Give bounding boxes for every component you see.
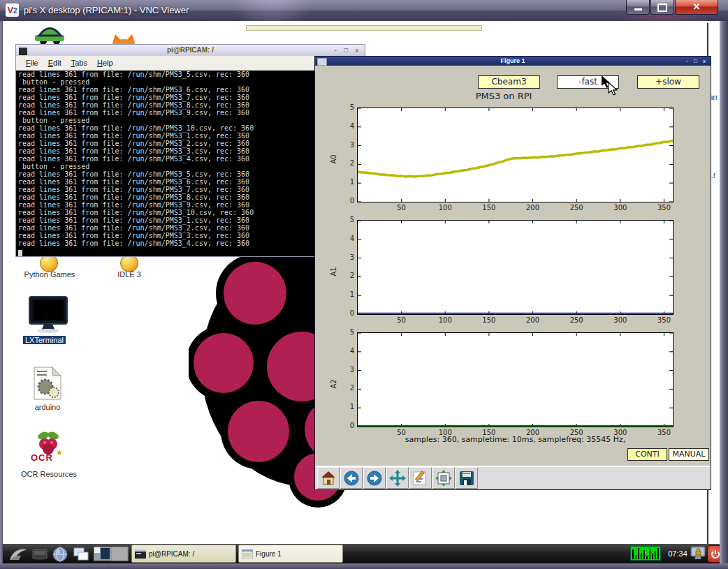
terminal-line: read lines 361 from file: /run/shm/PMS3_… xyxy=(18,193,365,201)
terminal-line: read lines 361 from file: /run/shm/PMS3_… xyxy=(18,140,365,147)
icon-label-python-games[interactable]: Python Games xyxy=(10,270,89,279)
ylabel-a1: A1 xyxy=(330,244,340,300)
terminal-menubar: FileEditTabsHelp xyxy=(16,56,365,71)
y-tick-label: 2 xyxy=(350,159,354,167)
menu-item-file[interactable]: File xyxy=(26,56,38,71)
ytick-labels: 012345 xyxy=(342,220,356,315)
terminal-window-controls[interactable]: - □ x xyxy=(335,45,361,55)
y-tick-label: 1 xyxy=(350,290,354,298)
vnc-window-title: pi's X desktop (RPICAM:1) - VNC Viewer xyxy=(24,0,189,21)
terminal-line: read lines 361 from file: /run/shm/PMS3_… xyxy=(18,101,365,109)
terminal-line: read lines 361 from file: /run/shm/PMS3_… xyxy=(18,155,365,163)
y-tick-label: 1 xyxy=(350,403,354,411)
terminal-output[interactable]: read lines 361 from file: /run/shm/PMS3_… xyxy=(16,71,365,256)
lxterminal-icon[interactable] xyxy=(28,296,68,334)
vnc-logo-icon: V2 xyxy=(6,3,19,17)
terminal-line: read lines 361 from file: /run/shm/PMS3_… xyxy=(18,201,365,209)
taskbar-clock: 07:34 xyxy=(664,544,692,563)
forward-icon[interactable] xyxy=(363,467,386,489)
icon-label-arduino[interactable]: arduino xyxy=(28,403,67,411)
icon-label-ocr[interactable]: OCR Resources xyxy=(13,470,85,478)
icon-label-lxterminal[interactable]: LXTerminal xyxy=(23,336,66,344)
figure-window-icon xyxy=(317,58,327,66)
terminal-title: pi@RPICAM: / xyxy=(16,45,365,56)
y-tick-label: 1 xyxy=(350,178,354,186)
icon-label-idle3[interactable]: IDLE 3 xyxy=(106,270,152,279)
figure-window-controls[interactable]: - □ x xyxy=(686,57,708,66)
manual-button[interactable]: MANUAL xyxy=(669,448,709,461)
ocr-star-icon: ★ xyxy=(56,448,63,457)
terminal-line: read lines 361 from file: /run/shm/PMS3_… xyxy=(18,209,365,216)
y-tick-label: 2 xyxy=(350,384,354,392)
y-tick-label: 0 xyxy=(350,422,354,429)
taskbar-task-figure[interactable]: Figure 1 xyxy=(238,545,343,563)
terminal-line: read lines 361 from file: /run/shm/PMS3_… xyxy=(18,147,365,155)
x-tick-label: 300 xyxy=(610,204,631,212)
arduino-icon[interactable] xyxy=(33,366,62,401)
terminal-line: read lines 361 from file: /run/shm/PMS3_… xyxy=(18,124,365,132)
terminal-line: read lines 361 from file: /run/shm/PMS3_… xyxy=(18,132,365,140)
conti-button[interactable]: CONTI xyxy=(627,448,667,461)
terminal-line: read lines 361 from file: /run/shm/PMS3_… xyxy=(18,178,365,186)
file-manager-icon[interactable] xyxy=(32,547,49,561)
task-label: pi@RPICAM: / xyxy=(149,550,194,558)
x-tick-label: 200 xyxy=(523,204,544,212)
minimize-button[interactable] xyxy=(626,0,650,15)
terminal-line: read lines 361 from file: /run/shm/PMS3_… xyxy=(18,224,365,232)
ylabel-a2: A2 xyxy=(330,356,340,412)
terminal-window-icon xyxy=(19,47,27,55)
screen-lock-icon[interactable] xyxy=(690,546,706,563)
xtick-labels: 50100150200250300350 xyxy=(358,316,673,325)
game-car-icon[interactable] xyxy=(34,25,66,45)
y-tick-label: 5 xyxy=(350,328,354,336)
desktop-pager[interactable] xyxy=(94,547,129,561)
x-tick-label: 350 xyxy=(653,204,674,212)
menu-button-bird-icon[interactable] xyxy=(8,546,28,561)
terminal-task-icon xyxy=(135,549,146,559)
x-tick-label: 150 xyxy=(479,316,500,324)
terminal-line: read lines 361 from file: /run/shm/PMS3_… xyxy=(18,86,365,94)
x-tick-label: 250 xyxy=(566,316,587,324)
plot-a2 xyxy=(357,332,674,427)
task-label: Figure 1 xyxy=(256,550,282,558)
x-tick-label: 200 xyxy=(523,316,544,324)
y-tick-label: 3 xyxy=(350,253,354,261)
terminal-cursor xyxy=(18,250,22,256)
menu-item-help[interactable]: Help xyxy=(97,56,113,71)
cbeam3-button[interactable]: Cbeam3 xyxy=(478,75,540,89)
figure-toolbar xyxy=(315,466,711,489)
x-tick-label: 150 xyxy=(479,204,500,212)
home-icon[interactable] xyxy=(317,467,340,489)
terminal-line: read lines 361 from file: /run/shm/PMS3_… xyxy=(18,232,365,239)
ocr-logo-text: OCR xyxy=(31,452,53,463)
close-button[interactable]: ✕ xyxy=(675,0,718,15)
web-browser-icon[interactable] xyxy=(52,546,68,563)
ytick-labels: 012345 xyxy=(342,332,356,427)
pan-icon[interactable] xyxy=(386,467,409,489)
menu-item-edit[interactable]: Edit xyxy=(48,56,61,71)
ytick-labels: 012345 xyxy=(342,108,356,202)
terminal-titlebar[interactable]: pi@RPICAM: / - □ x xyxy=(16,45,365,57)
xtick-labels: 50100150200250300350 xyxy=(358,204,673,212)
menu-item-tabs[interactable]: Tabs xyxy=(71,56,87,71)
x-tick-label: 100 xyxy=(435,316,456,324)
slow-button[interactable]: +slow xyxy=(637,75,699,89)
plot-a1 xyxy=(357,220,674,315)
y-tick-label: 5 xyxy=(350,216,354,223)
y-tick-label: 3 xyxy=(350,141,354,149)
figure-titlebar[interactable]: Figure 1 - □ x xyxy=(315,57,711,66)
window-frame xyxy=(0,21,3,563)
terminal-window: pi@RPICAM: / - □ x FileEditTabsHelp read… xyxy=(15,44,365,257)
x-tick-label: 300 xyxy=(610,316,631,324)
y-tick-label: 4 xyxy=(350,122,354,130)
taskbar-task-terminal[interactable]: pi@RPICAM: / xyxy=(131,545,236,563)
window-frame xyxy=(0,563,728,569)
zoom-icon[interactable] xyxy=(409,467,432,489)
back-icon[interactable] xyxy=(340,467,363,489)
subplots-icon[interactable] xyxy=(432,467,455,489)
windows-pager-icon[interactable] xyxy=(73,547,91,562)
y-tick-label: 0 xyxy=(350,197,354,205)
maximize-button[interactable] xyxy=(650,0,674,15)
terminal-line: button - pressed xyxy=(18,163,365,170)
save-icon[interactable] xyxy=(456,467,478,489)
